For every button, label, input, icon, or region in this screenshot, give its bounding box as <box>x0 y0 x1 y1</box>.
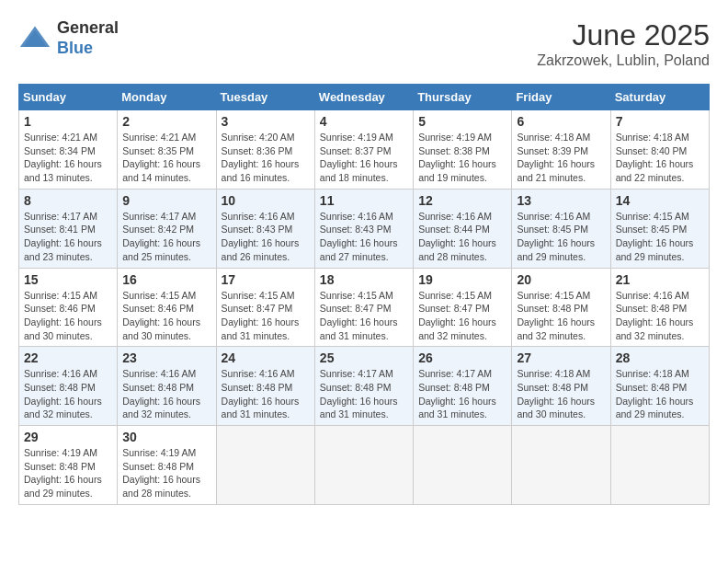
calendar-day-cell: 10Sunrise: 4:16 AMSunset: 8:43 PMDayligh… <box>216 189 314 268</box>
calendar-day-cell: 13Sunrise: 4:16 AMSunset: 8:45 PMDayligh… <box>512 189 610 268</box>
day-number: 30 <box>122 430 210 444</box>
day-info: Sunrise: 4:21 AMSunset: 8:34 PMDaylight:… <box>24 131 112 185</box>
calendar-day-cell <box>216 426 314 505</box>
logo-blue: Blue <box>57 39 93 57</box>
day-number: 27 <box>517 350 605 365</box>
calendar-day-cell: 11Sunrise: 4:16 AMSunset: 8:43 PMDayligh… <box>314 189 413 268</box>
calendar-day-cell: 9Sunrise: 4:17 AMSunset: 8:42 PMDaylight… <box>118 189 216 268</box>
logo-general: General <box>57 18 119 37</box>
calendar-day-cell: 26Sunrise: 4:17 AMSunset: 8:48 PMDayligh… <box>414 347 512 426</box>
calendar-day-cell: 3Sunrise: 4:20 AMSunset: 8:36 PMDaylight… <box>216 110 314 190</box>
calendar-day-cell: 4Sunrise: 4:19 AMSunset: 8:37 PMDaylight… <box>314 110 413 190</box>
calendar-day-cell: 28Sunrise: 4:18 AMSunset: 8:48 PMDayligh… <box>610 347 709 426</box>
day-info: Sunrise: 4:17 AMSunset: 8:42 PMDaylight:… <box>122 210 210 264</box>
day-number: 19 <box>418 272 506 287</box>
calendar-week-row: 22Sunrise: 4:16 AMSunset: 8:48 PMDayligh… <box>19 347 710 426</box>
day-info: Sunrise: 4:16 AMSunset: 8:48 PMDaylight:… <box>222 367 310 421</box>
calendar-day-cell <box>610 426 709 505</box>
calendar-day-cell: 29Sunrise: 4:19 AMSunset: 8:48 PMDayligh… <box>19 426 118 505</box>
weekday-header-thursday: Thursday <box>414 85 512 110</box>
day-number: 4 <box>320 114 408 129</box>
day-number: 12 <box>418 193 506 208</box>
day-number: 20 <box>517 272 605 287</box>
logo-icon <box>18 22 51 55</box>
day-number: 3 <box>222 114 310 129</box>
day-number: 5 <box>418 114 506 129</box>
day-number: 23 <box>122 350 210 365</box>
calendar-week-row: 1Sunrise: 4:21 AMSunset: 8:34 PMDaylight… <box>19 110 710 190</box>
day-info: Sunrise: 4:18 AMSunset: 8:39 PMDaylight:… <box>517 131 605 185</box>
day-info: Sunrise: 4:15 AMSunset: 8:47 PMDaylight:… <box>222 289 310 343</box>
day-number: 21 <box>616 272 704 287</box>
calendar-day-cell <box>414 426 512 505</box>
day-number: 11 <box>320 193 408 208</box>
day-info: Sunrise: 4:15 AMSunset: 8:45 PMDaylight:… <box>616 210 704 264</box>
day-number: 29 <box>24 430 112 444</box>
calendar-day-cell: 12Sunrise: 4:16 AMSunset: 8:44 PMDayligh… <box>414 189 512 268</box>
day-number: 24 <box>222 350 310 365</box>
calendar-day-cell: 23Sunrise: 4:16 AMSunset: 8:48 PMDayligh… <box>118 347 216 426</box>
day-info: Sunrise: 4:16 AMSunset: 8:48 PMDaylight:… <box>616 289 704 343</box>
day-info: Sunrise: 4:20 AMSunset: 8:36 PMDaylight:… <box>222 131 310 185</box>
logo-text: General Blue <box>57 18 119 58</box>
day-info: Sunrise: 4:19 AMSunset: 8:48 PMDaylight:… <box>24 446 112 500</box>
day-number: 8 <box>24 193 112 208</box>
calendar-day-cell: 20Sunrise: 4:15 AMSunset: 8:48 PMDayligh… <box>512 268 610 347</box>
day-info: Sunrise: 4:15 AMSunset: 8:47 PMDaylight:… <box>418 289 506 343</box>
day-number: 10 <box>222 193 310 208</box>
day-number: 26 <box>418 350 506 365</box>
weekday-header-tuesday: Tuesday <box>216 85 314 110</box>
calendar-day-cell: 17Sunrise: 4:15 AMSunset: 8:47 PMDayligh… <box>216 268 314 347</box>
weekday-header-friday: Friday <box>512 85 610 110</box>
calendar-day-cell: 16Sunrise: 4:15 AMSunset: 8:46 PMDayligh… <box>118 268 216 347</box>
day-info: Sunrise: 4:16 AMSunset: 8:48 PMDaylight:… <box>122 367 210 421</box>
calendar-week-row: 8Sunrise: 4:17 AMSunset: 8:41 PMDaylight… <box>19 189 710 268</box>
calendar-day-cell: 18Sunrise: 4:15 AMSunset: 8:47 PMDayligh… <box>314 268 413 347</box>
day-info: Sunrise: 4:16 AMSunset: 8:43 PMDaylight:… <box>222 210 310 264</box>
day-number: 18 <box>320 272 408 287</box>
weekday-header-sunday: Sunday <box>19 85 118 110</box>
day-number: 14 <box>616 193 704 208</box>
day-number: 2 <box>122 114 210 129</box>
day-info: Sunrise: 4:18 AMSunset: 8:40 PMDaylight:… <box>616 131 704 185</box>
day-number: 28 <box>616 350 704 365</box>
weekday-header-monday: Monday <box>118 85 216 110</box>
day-number: 1 <box>24 114 112 129</box>
calendar-table: SundayMondayTuesdayWednesdayThursdayFrid… <box>18 84 710 505</box>
day-info: Sunrise: 4:17 AMSunset: 8:48 PMDaylight:… <box>320 367 408 421</box>
weekday-header-row: SundayMondayTuesdayWednesdayThursdayFrid… <box>19 85 710 110</box>
day-number: 22 <box>24 350 112 365</box>
day-info: Sunrise: 4:21 AMSunset: 8:35 PMDaylight:… <box>122 131 210 185</box>
calendar-day-cell: 21Sunrise: 4:16 AMSunset: 8:48 PMDayligh… <box>610 268 709 347</box>
calendar-day-cell: 22Sunrise: 4:16 AMSunset: 8:48 PMDayligh… <box>19 347 118 426</box>
day-info: Sunrise: 4:17 AMSunset: 8:41 PMDaylight:… <box>24 210 112 264</box>
calendar-day-cell: 2Sunrise: 4:21 AMSunset: 8:35 PMDaylight… <box>118 110 216 190</box>
day-number: 7 <box>616 114 704 129</box>
calendar-day-cell: 19Sunrise: 4:15 AMSunset: 8:47 PMDayligh… <box>414 268 512 347</box>
day-info: Sunrise: 4:18 AMSunset: 8:48 PMDaylight:… <box>517 367 605 421</box>
day-number: 9 <box>122 193 210 208</box>
calendar-day-cell: 6Sunrise: 4:18 AMSunset: 8:39 PMDaylight… <box>512 110 610 190</box>
day-info: Sunrise: 4:16 AMSunset: 8:45 PMDaylight:… <box>517 210 605 264</box>
calendar-day-cell <box>314 426 413 505</box>
day-info: Sunrise: 4:16 AMSunset: 8:43 PMDaylight:… <box>320 210 408 264</box>
day-info: Sunrise: 4:15 AMSunset: 8:46 PMDaylight:… <box>122 289 210 343</box>
day-info: Sunrise: 4:15 AMSunset: 8:46 PMDaylight:… <box>24 289 112 343</box>
day-info: Sunrise: 4:15 AMSunset: 8:47 PMDaylight:… <box>320 289 408 343</box>
calendar-day-cell: 1Sunrise: 4:21 AMSunset: 8:34 PMDaylight… <box>19 110 118 190</box>
calendar-day-cell <box>512 426 610 505</box>
calendar-day-cell: 7Sunrise: 4:18 AMSunset: 8:40 PMDaylight… <box>610 110 709 190</box>
day-number: 17 <box>222 272 310 287</box>
day-number: 6 <box>517 114 605 129</box>
page-header: General Blue June 2025 Zakrzowek, Lublin… <box>18 18 710 69</box>
calendar-day-cell: 8Sunrise: 4:17 AMSunset: 8:41 PMDaylight… <box>19 189 118 268</box>
calendar-day-cell: 25Sunrise: 4:17 AMSunset: 8:48 PMDayligh… <box>314 347 413 426</box>
day-info: Sunrise: 4:16 AMSunset: 8:48 PMDaylight:… <box>24 367 112 421</box>
calendar-week-row: 29Sunrise: 4:19 AMSunset: 8:48 PMDayligh… <box>19 426 710 505</box>
day-number: 15 <box>24 272 112 287</box>
logo: General Blue <box>18 18 119 58</box>
calendar-week-row: 15Sunrise: 4:15 AMSunset: 8:46 PMDayligh… <box>19 268 710 347</box>
day-info: Sunrise: 4:15 AMSunset: 8:48 PMDaylight:… <box>517 289 605 343</box>
day-info: Sunrise: 4:18 AMSunset: 8:48 PMDaylight:… <box>616 367 704 421</box>
day-number: 13 <box>517 193 605 208</box>
